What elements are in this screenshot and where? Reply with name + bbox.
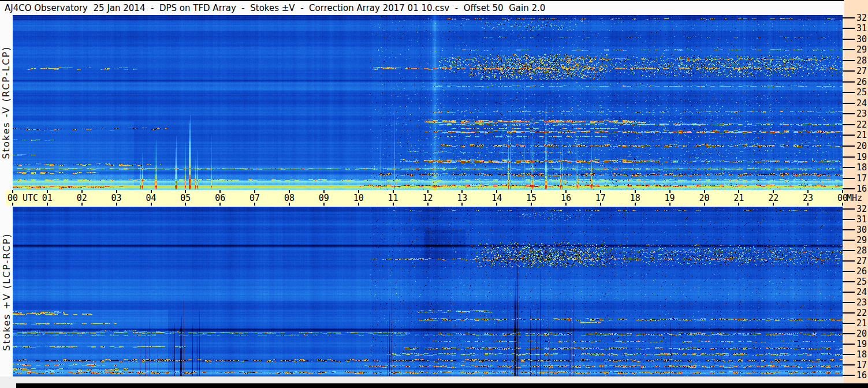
time-label-07: 07: [246, 193, 263, 203]
freq-label-20-top: 20: [856, 141, 868, 151]
freq-tick-24-bottom: [843, 292, 855, 293]
panel-label-bottom: Stokes +V (LCP-RCP): [0, 207, 13, 376]
freq-label-30-top: 30: [856, 34, 868, 44]
title-bar: AJ4CO Observatory 25 Jan 2014 - DPS on T…: [0, 1, 844, 15]
freq-label-31-top: 31: [856, 23, 868, 33]
freq-tick-17-bottom: [843, 364, 855, 365]
freq-tick-16-bottom: [843, 375, 855, 376]
time-label-01: 01: [39, 193, 56, 203]
time-axis: 00 UTC 010203040506070809101112131415161…: [6, 190, 844, 206]
freq-tick-32-bottom: [843, 208, 855, 210]
panel-label-bottom-text: Stokes +V (LCP-RCP): [1, 233, 12, 350]
spectrogram-top-canvas: [13, 15, 843, 190]
freq-label-21-top: 21: [856, 130, 868, 140]
freq-tick-31-top: [843, 28, 855, 29]
time-label-zero: 00: [8, 193, 18, 203]
freq-tick-26-bottom: [843, 271, 855, 272]
freq-label-32-top: 32: [856, 13, 868, 23]
time-label-10: 10: [350, 193, 367, 203]
freq-label-22-bottom: 22: [856, 308, 868, 318]
time-label-16: 16: [557, 193, 575, 203]
freq-tick-22-bottom: [843, 312, 855, 314]
freq-tick-32-top: [843, 17, 855, 18]
freq-label-27-bottom: 27: [856, 256, 868, 266]
radio-spectrogram-page: AJ4CO Observatory 25 Jan 2014 - DPS on T…: [0, 0, 868, 388]
panel-label-top: Stokes -V (RCP-LCP): [0, 15, 13, 190]
freq-label-21-bottom: 21: [856, 318, 868, 329]
freq-label-19-bottom: 19: [856, 339, 868, 349]
freq-tick-30-bottom: [843, 229, 855, 230]
freq-label-22-top: 22: [856, 120, 868, 130]
time-label-22: 22: [765, 193, 782, 203]
freq-tick-19-top: [843, 156, 855, 158]
freq-tick-22-top: [843, 124, 855, 125]
freq-label-27-top: 27: [856, 66, 868, 76]
freq-label-30-bottom: 30: [856, 225, 868, 235]
time-label-23: 23: [799, 193, 817, 203]
freq-label-23-bottom: 23: [856, 297, 868, 308]
freq-tick-30-top: [843, 39, 855, 40]
mhz-unit-label: MHz: [847, 193, 862, 203]
freq-label-25-bottom: 25: [856, 277, 868, 287]
footer-strip-left: [0, 383, 16, 388]
freq-label-24-bottom: 24: [856, 287, 868, 297]
freq-label-31-bottom: 31: [856, 214, 868, 225]
freq-label-28-top: 28: [856, 55, 868, 66]
freq-label-26-top: 26: [856, 77, 868, 87]
freq-label-23-top: 23: [856, 109, 868, 119]
freq-tick-28-top: [843, 60, 855, 61]
time-label-00-utc: 00 UTC: [8, 193, 38, 203]
time-label-11: 11: [385, 193, 402, 203]
freq-tick-29-bottom: [843, 240, 855, 241]
time-label-18: 18: [627, 193, 644, 203]
freq-label-32-bottom: 32: [856, 204, 868, 214]
freq-tick-24-top: [843, 103, 855, 104]
page-title: AJ4CO Observatory 25 Jan 2014 - DPS on T…: [5, 3, 545, 13]
freq-tick-20-bottom: [843, 333, 855, 334]
freq-tick-28-bottom: [843, 250, 855, 251]
freq-tick-18-top: [843, 167, 855, 168]
time-label-06: 06: [211, 193, 229, 203]
spectrogram-bottom-canvas: [13, 207, 843, 376]
freq-tick-21-bottom: [843, 323, 855, 324]
freq-tick-23-top: [843, 113, 855, 114]
freq-label-26-bottom: 26: [856, 266, 868, 277]
freq-tick-27-bottom: [843, 260, 855, 262]
time-label-15: 15: [523, 193, 540, 203]
freq-tick-20-top: [843, 146, 855, 147]
time-label-03: 03: [108, 193, 125, 203]
time-label-12: 12: [419, 193, 437, 203]
freq-label-18-top: 18: [856, 162, 868, 173]
time-label-08: 08: [281, 193, 298, 203]
freq-label-18-bottom: 18: [856, 349, 868, 360]
freq-label-20-bottom: 20: [856, 329, 868, 339]
panel-label-top-text: Stokes -V (RCP-LCP): [1, 46, 12, 159]
footer-black-bar: [16, 383, 868, 388]
freq-label-25-top: 25: [856, 87, 868, 98]
utc-label: UTC: [23, 193, 38, 203]
freq-tick-25-bottom: [843, 281, 855, 282]
freq-tick-19-bottom: [843, 344, 855, 345]
time-label-13: 13: [453, 193, 471, 203]
time-label-04: 04: [143, 193, 160, 203]
freq-label-29-top: 29: [856, 44, 868, 55]
time-label-14: 14: [488, 193, 505, 203]
freq-tick-23-bottom: [843, 302, 855, 303]
freq-tick-26-top: [843, 81, 855, 83]
freq-label-19-top: 19: [856, 152, 868, 162]
time-label-19: 19: [661, 193, 679, 203]
footer-strip: [0, 376, 844, 383]
time-label-21: 21: [730, 193, 747, 203]
time-label-17: 17: [592, 193, 609, 203]
freq-tick-21-top: [843, 135, 855, 136]
freq-tick-27-top: [843, 70, 855, 72]
freq-tick-25-top: [843, 92, 855, 93]
freq-label-17-top: 17: [856, 173, 868, 184]
freq-label-17-bottom: 17: [856, 360, 868, 370]
freq-label-16-bottom: 16: [856, 370, 868, 380]
time-label-20: 20: [696, 193, 713, 203]
freq-label-29-bottom: 29: [856, 235, 868, 245]
time-tick-00-bottom: [12, 203, 13, 206]
time-label-09: 09: [315, 193, 333, 203]
freq-label-24-top: 24: [856, 98, 868, 109]
